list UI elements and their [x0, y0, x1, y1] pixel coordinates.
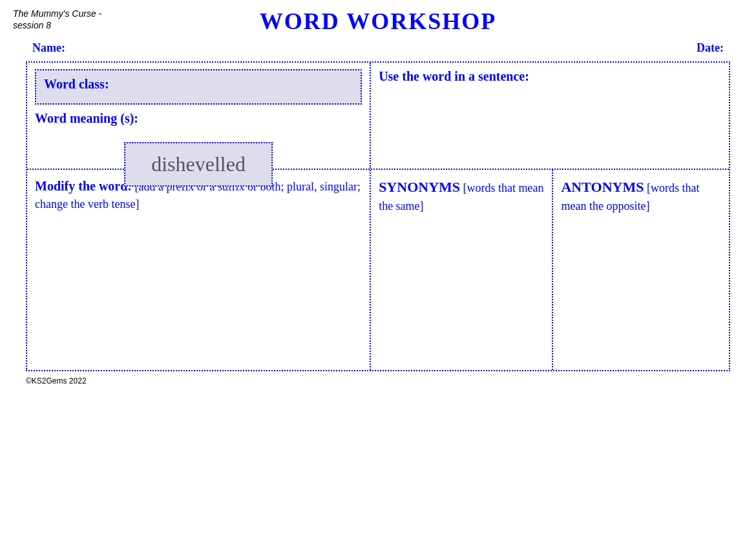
right-column: Use the word in a sentence:: [371, 63, 729, 169]
name-date-row: Name: Date:: [13, 36, 743, 61]
top-section: Word class: Word meaning (s): dishevelle…: [27, 63, 729, 170]
name-label: Name:: [32, 41, 65, 55]
word-class-box: Word class:: [35, 69, 362, 105]
bottom-section: Modify the word: [add a prefix or a suff…: [27, 170, 729, 370]
subtitle: The Mummy's Curse - session 8: [13, 6, 101, 30]
synonyms-label: SYNONYMS [words that mean the same]: [379, 176, 544, 215]
main-title: WORD WORKSHOP: [116, 8, 640, 35]
modify-bold: Modify the word:: [35, 179, 132, 193]
date-label: Date:: [697, 41, 724, 55]
word-meaning-label: Word meaning (s):: [35, 111, 362, 126]
copyright-text: ©KS2Gems 2022: [26, 376, 87, 385]
center-word-text: dishevelled: [151, 152, 246, 176]
synonyms-bold: SYNONYMS: [379, 179, 460, 195]
header-row: The Mummy's Curse - session 8 WORD WORKS…: [13, 8, 743, 35]
modify-column: Modify the word: [add a prefix or a suff…: [27, 170, 371, 370]
center-word-box: dishevelled: [124, 142, 273, 187]
footer: ©KS2Gems 2022: [13, 371, 743, 391]
main-content-border: Word class: Word meaning (s): dishevelle…: [26, 61, 730, 371]
center-word-wrapper: dishevelled: [124, 142, 273, 187]
left-column: Word class: Word meaning (s): dishevelle…: [27, 63, 371, 169]
word-class-label: Word class:: [44, 77, 109, 91]
antonyms-label: ANTONYMS [words that mean the opposite]: [561, 176, 721, 215]
synonyms-column: SYNONYMS [words that mean the same]: [371, 170, 553, 370]
use-word-label: Use the word in a sentence:: [379, 69, 721, 84]
page: The Mummy's Curse - session 8 WORD WORKS…: [0, 0, 756, 534]
antonyms-column: ANTONYMS [words that mean the opposite]: [553, 170, 729, 370]
header-left-space: The Mummy's Curse - session 8: [13, 8, 116, 31]
antonyms-bold: ANTONYMS: [561, 179, 644, 195]
